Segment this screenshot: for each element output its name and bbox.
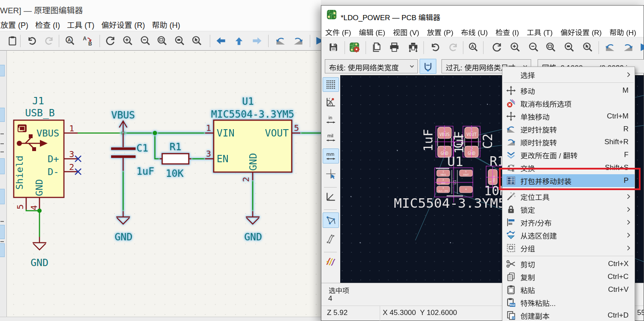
menu-item-move[interactable]: 移动 M: [502, 84, 635, 97]
menu-item-paste[interactable]: 粘贴 Ctrl+V: [502, 283, 635, 296]
menu-item-position-tools[interactable]: 定位工具: [502, 190, 635, 203]
find-icon[interactable]: [468, 42, 479, 53]
menu-tools[interactable]: 工具 (T): [523, 24, 556, 37]
plot-icon[interactable]: [408, 42, 419, 53]
menu-file[interactable]: 文件 (F): [321, 24, 355, 37]
undo-icon[interactable]: [26, 35, 37, 46]
print-icon[interactable]: [389, 42, 400, 53]
zoom-in-icon[interactable]: [122, 35, 133, 46]
redo-icon[interactable]: [44, 35, 55, 46]
zoom-fit-icon[interactable]: [157, 35, 168, 46]
zoom-in-icon[interactable]: [510, 42, 521, 53]
menu-item-cut[interactable]: 剪切 Ctrl+X: [502, 257, 635, 270]
toolbar-button-fragment[interactable]: [0, 108, 5, 122]
paste-icon[interactable]: [7, 35, 18, 46]
menu-item-lock[interactable]: 锁定: [502, 203, 635, 216]
group-icon: [506, 243, 516, 253]
refresh-icon[interactable]: [105, 35, 116, 46]
zoom-objects-icon[interactable]: [564, 42, 575, 53]
toolbar-separator: [324, 209, 337, 210]
menu-item-flip[interactable]: 更改所在面 / 翻转 F: [502, 148, 635, 161]
menu-item-unroute-selected[interactable]: 取消布线所选项: [502, 97, 635, 110]
menu-preferences[interactable]: 偏好设置 (R): [98, 18, 148, 31]
redo-list-icon[interactable]: [623, 42, 634, 53]
navigate-back-icon[interactable]: [215, 35, 227, 46]
ratsnest-icon[interactable]: [325, 215, 336, 226]
menu-item-label: 分组: [520, 243, 535, 254]
zoom-out-icon[interactable]: [528, 42, 539, 53]
grid-dots-icon[interactable]: [325, 79, 336, 90]
units-inches-icon[interactable]: in: [325, 114, 336, 125]
navigate-forward-icon[interactable]: [251, 35, 263, 46]
toolbar-button-fragment[interactable]: [0, 189, 5, 204]
polar-coordinates-icon[interactable]: [325, 96, 336, 107]
zoom-level: Z 5.92: [327, 309, 348, 317]
menu-item-copy[interactable]: 复制 Ctrl+C: [502, 270, 635, 283]
zoom-selection-icon[interactable]: [582, 42, 593, 53]
j1-pin-num-4: 4: [29, 205, 39, 210]
page-settings-icon[interactable]: [371, 42, 382, 53]
menu-edit[interactable]: 编辑 (E): [355, 24, 389, 37]
menu-item-rotate-ccw[interactable]: 逆时针旋转 R: [502, 123, 635, 136]
gnd-label-c1: GND: [115, 231, 133, 242]
toolbar-button-fragment[interactable]: [0, 65, 5, 76]
u1-pin-num-1: 1: [206, 123, 211, 133]
undo-icon[interactable]: [429, 42, 441, 53]
menu-item-select[interactable]: 选择: [502, 68, 635, 81]
track-width-dropdown[interactable]: 布线: 使用网络类宽度: [325, 59, 418, 73]
paste-icon: [506, 285, 516, 295]
u1-symbol[interactable]: VIN VOUT EN GND 1 3 5 2 U1 MIC5504-3.3YM…: [205, 96, 300, 182]
j1-pin-name-vbus: VBUS: [36, 128, 59, 139]
menu-inspect[interactable]: 检查 (I): [32, 18, 63, 31]
run-icon[interactable]: [639, 42, 644, 53]
menu-item-paste-special[interactable]: 特殊粘贴...: [502, 296, 635, 309]
statusbar-divider: [380, 306, 380, 321]
toolbar-button-fragment[interactable]: [0, 225, 5, 239]
menu-place[interactable]: 放置 (P): [0, 18, 32, 31]
menu-item-align-distribute[interactable]: 对齐/分布: [502, 216, 635, 229]
schematic-canvas[interactable]: VBUS D+ D- Shield GND 1 3 2 5 4 J1 USB_B: [6, 50, 321, 317]
menu-view[interactable]: 视图 (V): [389, 24, 423, 37]
menu-help[interactable]: 帮助 (H): [605, 24, 640, 37]
net-highlight-icon[interactable]: [325, 256, 336, 267]
rotate-ccw-icon[interactable]: [275, 35, 286, 46]
menu-place[interactable]: 放置 (P): [423, 24, 457, 37]
menu-item-label: 复制: [520, 272, 535, 282]
menu-item-move-individually[interactable]: 单独移动 Ctrl+M: [502, 110, 635, 123]
pcb-menubar: 文件 (F) 编辑 (E) 视图 (V) 放置 (P) 布线 (U) 检查 (I…: [321, 24, 640, 37]
menu-item-create-from-selection[interactable]: 从选区创建: [502, 229, 635, 242]
units-mm-icon[interactable]: mm: [325, 150, 336, 161]
menu-help[interactable]: 帮助 (H): [148, 18, 184, 31]
zoom-objects-icon[interactable]: [174, 35, 185, 46]
crosshair-cursor-icon[interactable]: [325, 168, 336, 179]
toolbar-icon-fragment: [0, 133, 4, 134]
zoom-out-icon[interactable]: [140, 35, 151, 46]
u1-value: MIC5504-3.3YM5: [211, 109, 294, 120]
menu-tools[interactable]: 工具 (T): [63, 18, 98, 31]
menu-preferences[interactable]: 偏好设置 (R): [556, 24, 605, 37]
find-replace-icon[interactable]: [82, 35, 93, 46]
zoom-fit-icon[interactable]: [545, 42, 556, 53]
track-posture-button[interactable]: [420, 59, 436, 74]
units-mils-icon[interactable]: mil: [325, 132, 336, 143]
navigate-up-icon[interactable]: [233, 35, 245, 46]
menu-route[interactable]: 布线 (U): [457, 24, 492, 37]
find-icon[interactable]: [64, 35, 76, 46]
menu-item-duplicate[interactable]: 创建副本 Ctrl+D: [502, 309, 635, 321]
toolbar-separator: [483, 41, 484, 54]
menu-item-group[interactable]: 分组: [502, 242, 635, 254]
redo-icon[interactable]: [448, 42, 459, 53]
menu-item-rotate-cw[interactable]: 顺时针旋转 Shift+R: [502, 136, 635, 148]
angle-mode-icon[interactable]: [325, 191, 336, 202]
rotate-cw-icon[interactable]: [293, 35, 304, 46]
undo-list-icon[interactable]: [605, 42, 616, 53]
menu-inspect[interactable]: 检查 (I): [492, 24, 523, 37]
board-setup-icon[interactable]: [349, 42, 360, 53]
curved-ratsnest-icon[interactable]: [325, 233, 336, 244]
save-icon[interactable]: [328, 42, 339, 53]
toolbar-button-fragment[interactable]: [0, 158, 5, 174]
u1-pin-name-gnd: GND: [248, 153, 259, 171]
zoom-selection-icon[interactable]: [191, 35, 203, 46]
refresh-icon[interactable]: [491, 42, 502, 53]
toolbar-button-fragment[interactable]: [0, 243, 5, 257]
